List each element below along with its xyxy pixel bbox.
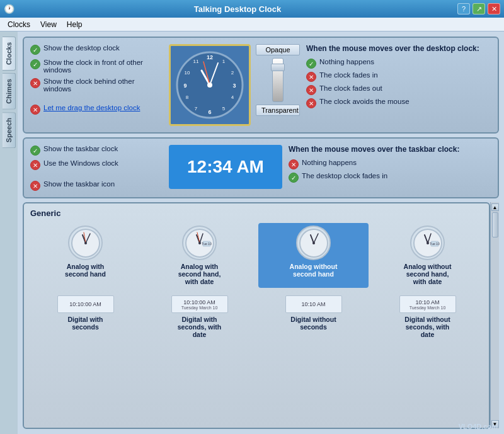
digital-date-4: Tuesday March 10 xyxy=(410,306,446,310)
label-show-icon: Show the taskbar icon xyxy=(43,180,115,188)
check-mouse-avoids[interactable]: ✕ xyxy=(306,98,316,108)
svg-text:11: 11 xyxy=(193,59,199,64)
style-analog-no-second-date[interactable]: Tue 10 Analog without second hand, with … xyxy=(372,223,483,288)
mouse-avoids: ✕ The clock avoids the mouse xyxy=(306,98,491,108)
check-mouse-nothing[interactable]: ✓ xyxy=(306,59,316,69)
scroll-down-button[interactable]: ▼ xyxy=(491,420,499,428)
check-use-windows[interactable]: ✕ xyxy=(30,160,40,170)
menu-view[interactable]: View xyxy=(35,19,62,30)
side-tabs: Clocks Chimes Speech xyxy=(0,31,18,434)
style-analog-second-date[interactable]: Tue 10 Analog with second hand, with dat… xyxy=(144,223,255,288)
opacity-slider-thumb[interactable] xyxy=(271,64,285,71)
app-icon: 🕐 xyxy=(4,4,14,14)
check-mouse-fades-out[interactable]: ✕ xyxy=(306,85,316,95)
title-bar-buttons: ? ↗ ✕ xyxy=(457,3,500,14)
label-digital-no-seconds-date: Digital without seconds, with date xyxy=(399,316,456,338)
window-title: Talking Desktop Clock xyxy=(18,4,457,14)
option-show-taskbar-clock: ✓ Show the taskbar clock xyxy=(30,145,163,156)
svg-text:Tue 10: Tue 10 xyxy=(430,242,440,246)
opaque-button[interactable]: Opaque xyxy=(256,44,300,55)
label-analog-second-date: Analog with second hand, with date xyxy=(171,263,228,285)
scrollbar: ▲ ▼ xyxy=(490,202,499,429)
digital-time-4: 10:10 AM xyxy=(415,299,439,306)
label-digital-no-seconds: Digital without seconds xyxy=(285,316,342,331)
thumb-digital-no-seconds-date: 10:10 AM Tuesday March 10 xyxy=(399,295,456,313)
clock-svg: 12 3 6 9 1 2 4 5 7 8 10 11 xyxy=(175,50,244,120)
taskbar-clock-options: ✓ Show the taskbar clock ✕ Use the Windo… xyxy=(30,145,163,191)
label-taskbar-mouse-fades-in: The desktop clock fades in xyxy=(302,172,387,180)
check-mouse-fades-in[interactable]: ✕ xyxy=(306,72,316,82)
label-mouse-nothing: Nothing happens xyxy=(319,58,374,66)
menu-help[interactable]: Help xyxy=(62,19,88,30)
label-let-drag[interactable]: Let me drag the desktop clock xyxy=(43,104,140,111)
svg-point-28 xyxy=(198,242,201,244)
tab-chimes[interactable]: Chimes xyxy=(3,73,16,110)
help-button[interactable]: ? xyxy=(457,3,470,14)
svg-text:1: 1 xyxy=(222,59,226,64)
style-digital-no-seconds[interactable]: 10:10 AM Digital without seconds xyxy=(258,293,369,341)
close-button[interactable]: ✕ xyxy=(488,3,500,14)
thumb-digital-seconds: 10:10:00 AM xyxy=(57,295,114,313)
label-show-taskbar: Show the taskbar clock xyxy=(43,145,118,152)
mouse-fades-out: ✕ The clock fades out xyxy=(306,84,491,95)
thumb-analog-no-second xyxy=(296,226,331,260)
opacity-slider-track[interactable] xyxy=(272,58,284,102)
svg-text:12: 12 xyxy=(207,54,213,60)
check-show-in-front[interactable]: ✓ xyxy=(30,59,40,69)
menu-bar: Clocks View Help xyxy=(0,18,504,31)
svg-point-38 xyxy=(427,242,429,244)
opacity-controls: Opaque Transparent xyxy=(256,44,300,126)
label-analog-no-second-date: Analog without second hand, with date xyxy=(399,263,456,285)
style-analog-second[interactable]: Analog with second hand xyxy=(30,223,140,288)
mouse-over-desktop-options: When the mouse moves over the desktop cl… xyxy=(306,44,491,126)
option-show-behind: ✕ Show the clock behind other windows xyxy=(30,77,163,93)
check-taskbar-mouse-nothing[interactable]: ✕ xyxy=(289,159,299,169)
taskbar-mouse-nothing: ✕ Nothing happens xyxy=(289,159,491,169)
clock-styles-row2: 10:10:00 AM Digital with seconds 10:10:0… xyxy=(30,293,483,341)
check-let-drag[interactable]: ✕ xyxy=(30,105,40,115)
label-mouse-fades-in: The clock fades in xyxy=(319,71,378,79)
check-show-taskbar[interactable]: ✓ xyxy=(30,146,40,156)
scroll-thumb[interactable] xyxy=(492,212,498,237)
style-analog-no-second[interactable]: Analog without second hand xyxy=(258,223,369,288)
style-digital-seconds[interactable]: 10:10:00 AM Digital with seconds xyxy=(30,293,140,341)
style-digital-no-seconds-date[interactable]: 10:10 AM Tuesday March 10 Digital withou… xyxy=(372,293,483,341)
check-show-behind[interactable]: ✕ xyxy=(30,78,40,88)
label-show-desktop-clock: Show the desktop clock xyxy=(43,44,120,52)
digital-date-2: Tuesday March 10 xyxy=(181,306,218,310)
digital-time-1: 10:10:00 AM xyxy=(69,301,101,307)
option-show-in-front: ✓ Show the clock in front of other windo… xyxy=(30,59,163,74)
svg-point-21 xyxy=(84,242,87,244)
transparent-button[interactable]: Transparent xyxy=(256,105,300,116)
style-digital-seconds-date[interactable]: 10:10:00 AM Tuesday March 10 Digital wit… xyxy=(144,293,255,341)
label-show-in-front: Show the clock in front of other windows xyxy=(43,59,163,74)
label-analog-no-second: Analog without second hand xyxy=(285,263,342,278)
tab-speech[interactable]: Speech xyxy=(3,112,16,148)
check-show-icon[interactable]: ✕ xyxy=(30,181,40,191)
menu-clocks[interactable]: Clocks xyxy=(3,19,35,30)
mouse-nothing: ✓ Nothing happens xyxy=(306,58,491,69)
taskbar-clock-display: 12:34 AM xyxy=(187,157,264,177)
title-bar: 🕐 Talking Desktop Clock ? ↗ ✕ xyxy=(0,0,504,18)
label-taskbar-mouse-nothing: Nothing happens xyxy=(302,159,357,166)
check-show-desktop-clock[interactable]: ✓ xyxy=(30,45,40,55)
taskbar-clock-preview: 12:34 AM xyxy=(169,145,282,189)
label-digital-seconds: Digital with seconds xyxy=(57,316,114,331)
label-use-windows: Use the Windows clock xyxy=(43,159,118,167)
maximize-button[interactable]: ↗ xyxy=(472,3,485,14)
tab-clocks[interactable]: Clocks xyxy=(3,37,16,71)
svg-text:7: 7 xyxy=(195,106,198,111)
svg-text:9: 9 xyxy=(183,83,186,89)
svg-text:3: 3 xyxy=(232,83,236,89)
scroll-up-button[interactable]: ▲ xyxy=(491,203,499,211)
taskbar-clock-panel: ✓ Show the taskbar clock ✕ Use the Windo… xyxy=(23,137,499,198)
check-taskbar-mouse-fades-in[interactable]: ✓ xyxy=(289,173,299,183)
analog-clock-preview: 12 3 6 9 1 2 4 5 7 8 10 11 xyxy=(169,44,251,126)
svg-point-16 xyxy=(207,83,212,88)
svg-text:10: 10 xyxy=(185,70,190,76)
option-show-desktop-clock: ✓ Show the desktop clock xyxy=(30,44,163,55)
label-mouse-fades-out: The clock fades out xyxy=(319,84,382,92)
mouse-over-taskbar-options: When the mouse moves over the taskbar cl… xyxy=(289,145,491,191)
thumb-analog-no-second-date: Tue 10 xyxy=(410,226,445,260)
content-area: ✓ Show the desktop clock ✓ Show the cloc… xyxy=(18,31,504,434)
